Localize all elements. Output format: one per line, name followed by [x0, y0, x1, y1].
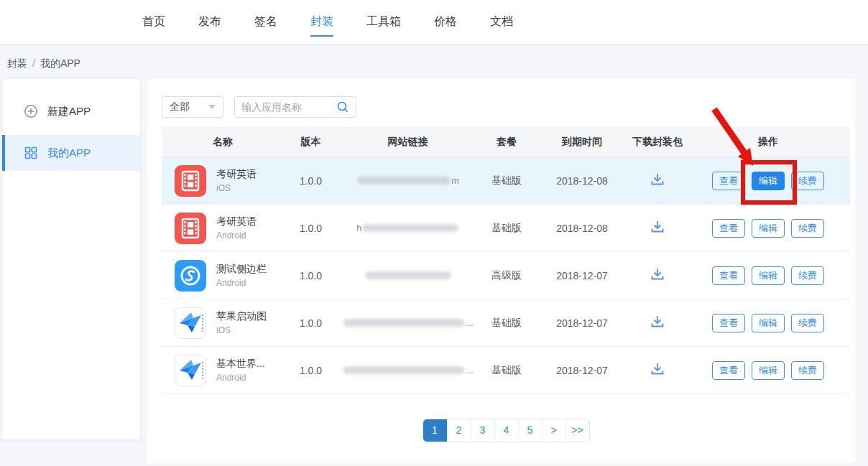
page-button[interactable]: 4 — [494, 419, 518, 442]
nav-item[interactable]: 首页 — [142, 14, 165, 29]
view-button[interactable]: 查看 — [712, 314, 745, 332]
app-version: 1.0.0 — [284, 365, 338, 376]
nav-item[interactable]: 工具箱 — [366, 14, 401, 29]
view-button[interactable]: 查看 — [712, 266, 745, 285]
app-name: 基本世界... — [216, 358, 265, 371]
app-plan: 基础版 — [478, 317, 535, 330]
redacted-link — [366, 271, 451, 279]
download-cell — [629, 266, 686, 284]
breadcrumb-section[interactable]: 封装 — [7, 57, 27, 69]
actions-cell: 查看 编辑 续费 — [686, 219, 850, 238]
filter-value: 全部 — [170, 101, 190, 113]
app-expire-date: 2018-12-07 — [535, 270, 629, 281]
nav-item[interactable]: 文档 — [490, 14, 513, 29]
edit-button[interactable]: 编辑 — [752, 266, 785, 285]
download-cell — [629, 219, 686, 237]
actions-cell: 查看 编辑 续费 — [686, 266, 850, 285]
breadcrumb-current: 我的APP — [40, 57, 80, 69]
download-cell — [629, 314, 686, 332]
redacted-link — [343, 366, 464, 374]
app-name: 苹果启动图 — [216, 310, 267, 323]
s-circle-icon — [175, 260, 206, 292]
app-version: 1.0.0 — [284, 223, 338, 234]
toolbar: 全部 — [162, 96, 855, 118]
film-red-icon — [175, 165, 206, 197]
search-input[interactable] — [241, 101, 336, 113]
app-plan: 基础版 — [478, 174, 535, 187]
renew-button[interactable]: 续费 — [791, 361, 824, 380]
table-row: 考研英语 Android 1.0.0 h 基础版 2018-12-08 — [162, 205, 850, 252]
link-visible-suffix: m — [451, 175, 459, 186]
actions-cell: 查看 编辑 续费 — [686, 361, 850, 380]
download-button[interactable] — [650, 266, 665, 282]
table-row: 测试侧边栏 Android 1.0.0 高级版 2018-12-07 — [162, 252, 850, 299]
search-icon[interactable] — [336, 101, 349, 113]
table-row: 考研英语 iOS 1.0.0 m 基础版 2018-12-08 — [162, 157, 850, 205]
nav-item[interactable]: 发布 — [198, 14, 221, 29]
page-button[interactable]: > — [542, 419, 565, 442]
page-button[interactable]: 5 — [518, 419, 542, 442]
edit-button[interactable]: 编辑 — [752, 219, 785, 238]
link-visible-suffix: ... — [466, 317, 474, 328]
nav-item[interactable]: 价格 — [434, 14, 457, 29]
renew-button[interactable]: 续费 — [791, 219, 824, 238]
view-button[interactable]: 查看 — [712, 219, 745, 238]
app-plan: 高级版 — [478, 269, 535, 282]
column-header-download: 下载封装包 — [629, 136, 686, 149]
download-button[interactable] — [650, 219, 665, 235]
sidebar-item[interactable]: 新建APP — [2, 93, 140, 129]
edit-button[interactable]: 编辑 — [752, 361, 785, 380]
app-plan: 基础版 — [478, 222, 535, 235]
column-header-actions: 操作 — [686, 136, 850, 149]
redacted-link — [358, 177, 450, 185]
chevron-down-icon — [208, 105, 216, 109]
app-platform: Android — [216, 230, 257, 241]
app-expire-date: 2018-12-08 — [535, 175, 629, 187]
column-header-name: 名称 — [162, 136, 284, 149]
sidebar-item-label: 我的APP — [47, 146, 91, 160]
link-visible-prefix: h — [356, 223, 361, 233]
app-platform: iOS — [216, 183, 257, 193]
download-button[interactable] — [650, 361, 665, 377]
app-platform: Android — [216, 373, 265, 383]
app-link-cell: ... — [338, 365, 478, 376]
page-button[interactable]: >> — [565, 419, 589, 442]
edit-button[interactable]: 编辑 — [752, 172, 785, 190]
app-name: 考研英语 — [216, 215, 257, 228]
download-cell — [629, 172, 686, 190]
app-version: 1.0.0 — [284, 175, 338, 187]
film-red-icon — [175, 213, 206, 244]
renew-button[interactable]: 续费 — [791, 314, 824, 332]
download-button[interactable] — [650, 172, 665, 187]
download-cell — [629, 361, 686, 379]
page-button[interactable]: 2 — [447, 419, 471, 442]
page-button[interactable]: 1 — [423, 419, 447, 442]
edit-button[interactable]: 编辑 — [752, 314, 785, 332]
page-button[interactable]: 3 — [471, 419, 494, 442]
table-header: 名称 版本 网站链接 套餐 到期时间 下载封装包 操作 — [162, 127, 850, 157]
app-name-cell: 测试侧边栏 Android — [162, 260, 284, 292]
view-button[interactable]: 查看 — [712, 172, 745, 190]
renew-button[interactable]: 续费 — [791, 266, 824, 285]
app-expire-date: 2018-12-08 — [535, 223, 629, 234]
breadcrumb: 封装/我的APP — [0, 45, 868, 70]
column-header-plan: 套餐 — [478, 136, 535, 149]
app-platform: iOS — [216, 325, 267, 335]
app-expire-date: 2018-12-07 — [535, 317, 629, 329]
plus-circle-icon — [24, 104, 38, 118]
main-panel: 全部 名称 版本 网站链接 套餐 到期时间 下载封装包 操作 — [147, 79, 855, 463]
nav-item[interactable]: 签名 — [254, 14, 277, 29]
nav-item[interactable]: 封装 — [310, 14, 333, 29]
column-header-link: 网站链接 — [338, 136, 478, 149]
view-button[interactable]: 查看 — [712, 361, 745, 380]
grid-icon — [24, 146, 38, 160]
download-button[interactable] — [650, 314, 665, 330]
sidebar: 新建APP 我的APP — [2, 79, 140, 439]
sidebar-item[interactable]: 我的APP — [2, 135, 140, 171]
app-platform: Android — [216, 278, 267, 288]
filter-dropdown[interactable]: 全部 — [162, 96, 223, 118]
table-row: 基本世界... Android 1.0.0 ... 基础版 2018-12-07 — [162, 347, 850, 394]
app-name-cell: 考研英语 iOS — [162, 165, 284, 197]
app-expire-date: 2018-12-07 — [535, 365, 629, 376]
renew-button[interactable]: 续费 — [791, 172, 824, 190]
